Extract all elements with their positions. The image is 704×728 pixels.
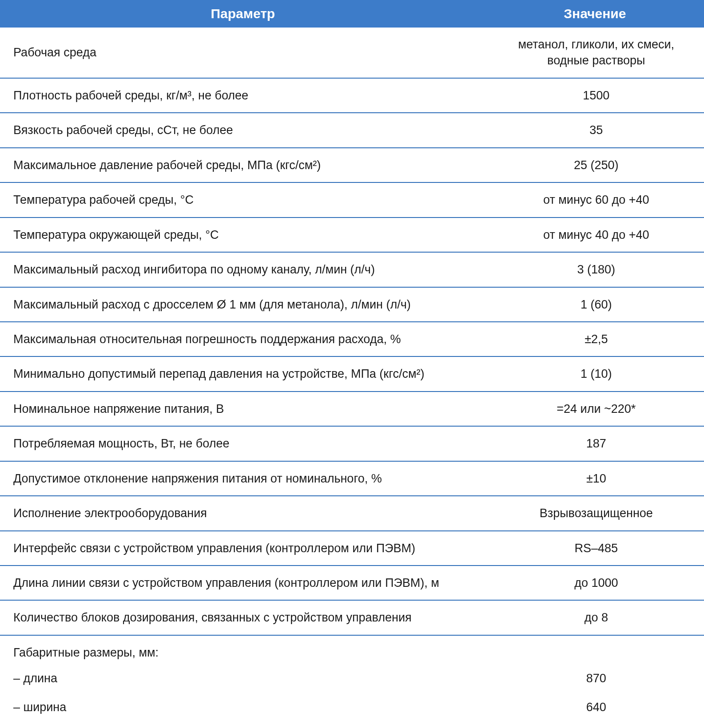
table-row: Минимально допустимый перепад давления н… [0, 356, 704, 391]
value-cell: 3 (180) [486, 252, 704, 287]
dimension-value: 1865 [486, 721, 704, 728]
dimensions-header: Габаритные размеры, мм: [0, 635, 486, 664]
value-cell: 1500 [486, 78, 704, 113]
value-cell: Взрывозащищенное [486, 496, 704, 530]
table-row: Температура рабочей среды, °Сот минус 60… [0, 182, 704, 217]
param-cell: Плотность рабочей среды, кг/м³, не более [0, 78, 486, 113]
dimension-value: 640 [486, 693, 704, 721]
value-cell: ±2,5 [486, 322, 704, 356]
param-cell: Потребляемая мощность, Вт, не более [0, 426, 486, 461]
table-row: Вязкость рабочей среды, сСт, не более35 [0, 113, 704, 147]
value-cell: 25 (250) [486, 148, 704, 182]
table-row: Количество блоков дозирования, связанных… [0, 600, 704, 635]
header-value: Значение [486, 0, 704, 28]
table-header-row: Параметр Значение [0, 0, 704, 28]
param-cell: Температура рабочей среды, °С [0, 182, 486, 217]
value-cell: от минус 60 до +40 [486, 182, 704, 217]
value-cell: от минус 40 до +40 [486, 218, 704, 252]
param-cell: Исполнение электрооборудования [0, 496, 486, 530]
dimension-row: – высота 1865 [0, 721, 704, 728]
param-cell: Количество блоков дозирования, связанных… [0, 600, 486, 635]
param-cell: Максимальный расход ингибитора по одному… [0, 252, 486, 287]
table-row: Плотность рабочей среды, кг/м³, не более… [0, 78, 704, 113]
table-row: Допустимое отклонение напряжения питания… [0, 461, 704, 496]
table-row: Потребляемая мощность, Вт, не более187 [0, 426, 704, 461]
table-row: Номинальное напряжение питания, В=24 или… [0, 392, 704, 426]
param-cell: Номинальное напряжение питания, В [0, 392, 486, 426]
value-cell: до 1000 [486, 566, 704, 600]
dimension-value: 870 [486, 664, 704, 692]
value-cell: 1 (60) [486, 287, 704, 322]
table-row: Максимальный расход с дросселем Ø 1 мм (… [0, 287, 704, 322]
table-row: Длина линии связи с устройством управлен… [0, 566, 704, 600]
dimension-label: – ширина [0, 693, 486, 721]
param-cell: Температура окружающей среды, °С [0, 218, 486, 252]
dimension-row: – длина 870 [0, 664, 704, 692]
value-cell: до 8 [486, 600, 704, 635]
table-row: Максимальная относительная погрешность п… [0, 322, 704, 356]
table-row: Интерфейс связи с устройством управления… [0, 531, 704, 566]
value-cell: 35 [486, 113, 704, 147]
dimension-label: – высота [0, 721, 486, 728]
table-row: Рабочая средаметанол, гликоли, их смеси,… [0, 28, 704, 78]
param-cell: Максимальный расход с дросселем Ø 1 мм (… [0, 287, 486, 322]
value-cell: =24 или ~220* [486, 392, 704, 426]
value-cell: ±10 [486, 461, 704, 496]
value-cell: 187 [486, 426, 704, 461]
value-cell: метанол, гликоли, их смеси,водные раство… [486, 28, 704, 78]
value-cell: RS–485 [486, 531, 704, 566]
header-param: Параметр [0, 0, 486, 28]
param-cell: Рабочая среда [0, 28, 486, 78]
table-row: Исполнение электрооборудованияВзрывозащи… [0, 496, 704, 530]
param-cell: Допустимое отклонение напряжения питания… [0, 461, 486, 496]
param-cell: Максимальная относительная погрешность п… [0, 322, 486, 356]
param-cell: Минимально допустимый перепад давления н… [0, 356, 486, 391]
value-cell: 1 (10) [486, 356, 704, 391]
param-cell: Максимальное давление рабочей среды, МПа… [0, 148, 486, 182]
dimension-row: – ширина 640 [0, 693, 704, 721]
table-row: Температура окружающей среды, °Сот минус… [0, 218, 704, 252]
param-cell: Вязкость рабочей среды, сСт, не более [0, 113, 486, 147]
table-row: Максимальный расход ингибитора по одному… [0, 252, 704, 287]
spec-table: Параметр Значение Рабочая средаметанол, … [0, 0, 704, 728]
param-cell: Длина линии связи с устройством управлен… [0, 566, 486, 600]
value-cell [486, 635, 704, 664]
dimensions-header-row: Габаритные размеры, мм: [0, 635, 704, 664]
param-cell: Интерфейс связи с устройством управления… [0, 531, 486, 566]
table-row: Максимальное давление рабочей среды, МПа… [0, 148, 704, 182]
dimension-label: – длина [0, 664, 486, 692]
